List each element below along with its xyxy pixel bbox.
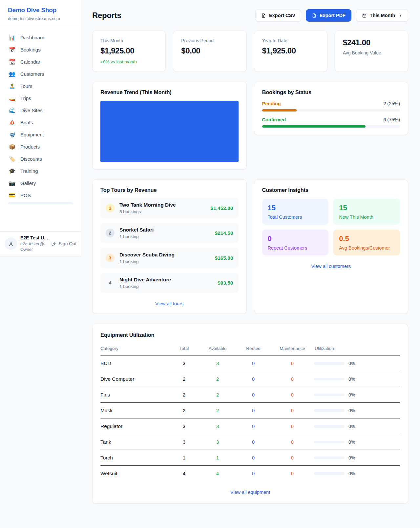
bookings-by-status-card: Bookings by Status Pending 2 (25%) Confi…	[254, 82, 409, 135]
utilization-cell: 0%	[314, 355, 400, 371]
tour-name: Night Dive Adventure	[119, 277, 171, 283]
tour-name: Two Tank Morning Dive	[119, 202, 176, 208]
shop-name[interactable]: Demo Dive Shop	[8, 7, 73, 14]
main-content: Reports Export CSV Export PDF This Month…	[81, 0, 420, 517]
bookings-by-status-title: Bookings by Status	[262, 89, 400, 95]
table-row: Regulator 3 3 0 0 0%	[100, 418, 400, 434]
equipment-table: Category Total Available Rented Maintena…	[100, 343, 400, 481]
rank-badge: 3	[106, 254, 115, 262]
view-all-tours-link[interactable]: View all tours	[100, 301, 239, 306]
utilization-cell: 0%	[314, 434, 400, 450]
user-meta: E2E Test U... e2e-tester@... Owner	[20, 235, 48, 253]
utilization-bar	[314, 394, 344, 396]
sidebar-item-training[interactable]: 🎓Training	[4, 165, 77, 177]
available-cell: 2	[199, 403, 236, 418]
column-category: Category	[100, 343, 169, 355]
file-download-icon	[261, 13, 266, 18]
sidebar-item-pos[interactable]: 💳POS	[4, 189, 77, 201]
revenue-trend-chart	[100, 101, 239, 162]
header-actions: Export CSV Export PDF This Month ▼	[255, 9, 408, 22]
table-header-row: Category Total Available Rented Maintena…	[100, 343, 400, 355]
sign-out-label: Sign Out	[59, 241, 76, 246]
maintenance-cell: 0	[271, 418, 314, 434]
avatar	[5, 237, 17, 250]
column-available: Available	[199, 343, 236, 355]
category-cell: Regulator	[100, 418, 169, 434]
status-row-pending: Pending 2 (25%)	[262, 101, 400, 112]
stat-card-year-to-date: Year to Date $1,925.00	[254, 30, 327, 72]
stat-delta: +0% vs last month	[100, 59, 158, 64]
total-cell: 2	[169, 371, 199, 387]
sidebar-item-label: Gallery	[20, 180, 36, 186]
page-title: Reports	[92, 11, 121, 20]
utilization-bar	[314, 409, 344, 412]
export-pdf-button[interactable]: Export PDF	[306, 9, 351, 22]
sidebar-item-equipment[interactable]: 🤿Equipment	[4, 129, 77, 141]
sidebar-item-customers[interactable]: 👥Customers	[4, 68, 77, 80]
rented-cell: 0	[236, 371, 271, 387]
stat-label: Avg Booking Value	[343, 50, 400, 55]
period-dropdown[interactable]: This Month ▼	[356, 9, 408, 22]
tour-bookings: 5 bookings	[119, 209, 176, 214]
people-icon: 👥	[9, 71, 16, 77]
status-bar-fill	[262, 109, 297, 112]
view-all-equipment-link[interactable]: View all equipment	[100, 490, 400, 495]
tour-row: 2 Snorkel Safari 1 booking $214.50	[100, 223, 239, 243]
utilization-value: 0%	[348, 424, 355, 429]
insights-row: Top Tours by Revenue 1 Two Tank Morning …	[92, 179, 408, 314]
tile-label: Avg Bookings/Customer	[339, 245, 394, 251]
total-cell: 3	[169, 418, 199, 434]
column-utilization: Utilization	[314, 343, 400, 355]
category-cell: Wetsuit	[100, 466, 169, 481]
sidebar-item-tours[interactable]: 🏝️Tours	[4, 80, 77, 92]
sign-out-button[interactable]: Sign Out	[51, 241, 76, 246]
utilization-value: 0%	[348, 455, 355, 460]
tile-label: Total Customers	[268, 214, 323, 220]
column-maintenance: Maintenance	[271, 343, 314, 355]
utilization-cell: 0%	[314, 371, 400, 387]
rented-cell: 0	[236, 434, 271, 450]
available-cell: 3	[199, 355, 236, 371]
maintenance-cell: 0	[271, 403, 314, 418]
maintenance-cell: 0	[271, 355, 314, 371]
sidebar-item-bookings[interactable]: 📅Bookings	[4, 44, 77, 56]
view-all-customers-link[interactable]: View all customers	[262, 264, 400, 269]
sidebar-item-label: Calendar	[20, 59, 40, 65]
sidebar-item-trips[interactable]: 🚤Trips	[4, 92, 77, 104]
total-cell: 3	[169, 434, 199, 450]
export-csv-button[interactable]: Export CSV	[255, 9, 301, 22]
utilization-cell: 0%	[314, 466, 400, 481]
rank-badge: 1	[106, 204, 115, 213]
revenue-trend-title: Revenue Trend (This Month)	[100, 89, 239, 95]
available-cell: 2	[199, 387, 236, 403]
stat-label: Year to Date	[262, 38, 319, 43]
rented-cell: 0	[236, 466, 271, 481]
sidebar-item-dive-sites[interactable]: 🌊Dive Sites	[4, 104, 77, 116]
tag-icon: 🏷️	[9, 156, 16, 162]
maintenance-cell: 0	[271, 387, 314, 403]
sidebar-item-gallery[interactable]: 📷Gallery	[4, 177, 77, 189]
tile-total-customers: 15 Total Customers	[262, 199, 329, 225]
available-cell: 3	[199, 418, 236, 434]
status-bar-track	[262, 125, 400, 128]
utilization-bar	[314, 441, 344, 443]
tile-avg-bookings: 0.5 Avg Bookings/Customer	[333, 230, 400, 255]
tile-label: Repeat Customers	[268, 245, 323, 251]
tour-bookings: 1 booking	[119, 234, 154, 239]
available-cell: 4	[199, 466, 236, 481]
sidebar-item-boats[interactable]: ⛵Boats	[4, 116, 77, 129]
utilization-bar	[314, 378, 344, 380]
stat-card-this-month: This Month $1,925.00 +0% vs last month	[92, 30, 166, 72]
sidebar-item-calendar[interactable]: 📆Calendar	[4, 56, 77, 68]
maintenance-cell: 0	[271, 466, 314, 481]
sidebar-item-discounts[interactable]: 🏷️Discounts	[4, 153, 77, 165]
table-row: Wetsuit 4 4 0 0 0%	[100, 466, 400, 481]
shop-domain: demo.test.divestreams.com	[8, 16, 73, 21]
chevron-down-icon: ▼	[399, 13, 402, 17]
stat-value: $1,925.00	[100, 46, 158, 55]
utilization-bar	[314, 362, 344, 365]
sidebar-item-dashboard[interactable]: 📊Dashboard	[4, 31, 77, 44]
top-tours-card: Top Tours by Revenue 1 Two Tank Morning …	[92, 179, 247, 314]
utilization-cell: 0%	[314, 403, 400, 418]
sidebar-item-products[interactable]: 📦Products	[4, 141, 77, 153]
